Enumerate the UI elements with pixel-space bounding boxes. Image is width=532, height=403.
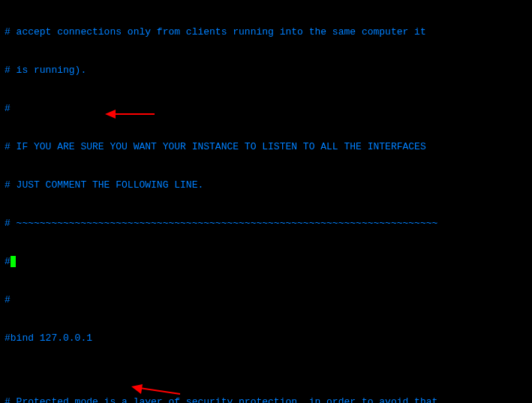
terminal-viewport[interactable]: # accept connections only from clients r… bbox=[0, 0, 532, 403]
config-comment-line: # bbox=[5, 102, 527, 115]
config-comment-line: # accept connections only from clients r… bbox=[5, 26, 527, 38]
cursor-line: # bbox=[5, 255, 527, 268]
config-comment-line: # Protected mode is a layer of security … bbox=[5, 395, 527, 403]
cursor-icon bbox=[11, 256, 16, 267]
config-comment-line: # ~~~~~~~~~~~~~~~~~~~~~~~~~~~~~~~~~~~~~~… bbox=[5, 217, 527, 230]
config-comment-line: # JUST COMMENT THE FOLLOWING LINE. bbox=[5, 179, 527, 191]
config-comment-line: # is running). bbox=[5, 64, 527, 77]
bind-directive-line: #bind 127.0.0.1 bbox=[5, 332, 527, 344]
config-comment-line: # bbox=[5, 293, 527, 306]
config-comment-line: # IF YOU ARE SURE YOU WANT YOUR INSTANCE… bbox=[5, 140, 527, 153]
